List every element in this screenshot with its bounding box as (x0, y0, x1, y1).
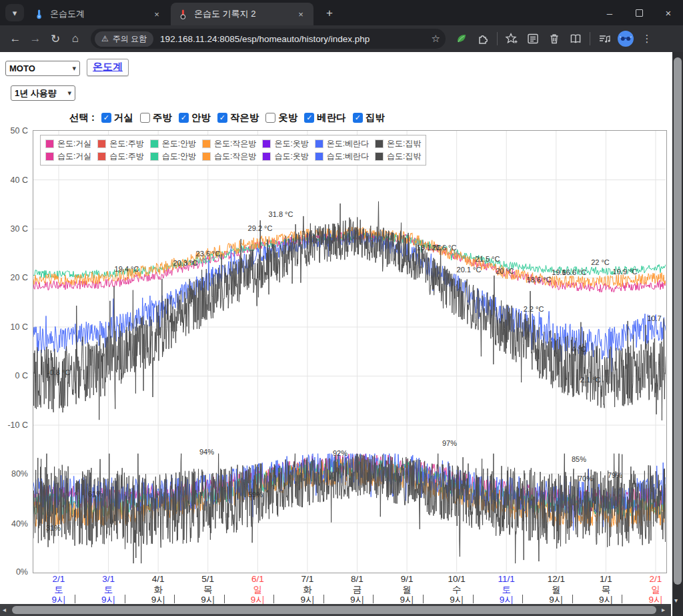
close-icon[interactable]: × (295, 8, 307, 20)
new-tab-button[interactable]: + (321, 5, 337, 21)
bookmark-manager-icon[interactable] (502, 29, 521, 48)
back-button[interactable]: ← (5, 29, 25, 49)
thermometer-blue-icon (33, 9, 44, 19)
extensions-puzzle-icon[interactable] (474, 29, 492, 48)
legend-label: 온도:거실 (57, 138, 91, 149)
address-bar[interactable]: ⚠ 주의 요함 192.168.11.24:8085/esp/homeauto/… (91, 29, 446, 49)
x-axis-label-date: 1/1 (581, 574, 630, 585)
y-axis-label: 40 C (0, 175, 28, 186)
reading-list-icon[interactable] (524, 29, 542, 48)
x-axis-label-date: 2/1 (34, 574, 83, 585)
checkbox-unchecked-icon[interactable] (140, 113, 150, 123)
value-annotation: 16.6 °C (562, 268, 587, 276)
x-axis-label-date: 12/1 (532, 574, 581, 585)
toolbar-divider (497, 32, 498, 45)
legend-item: 습도:옷방 (262, 151, 308, 162)
thermometer-link[interactable]: 온도계 (87, 59, 129, 76)
forward-button[interactable]: → (25, 29, 45, 49)
bookmark-star-icon[interactable]: ☆ (432, 33, 440, 45)
tab-thermometer[interactable]: 온습도계 × (27, 3, 169, 25)
tab-title: 온습도 기록지 2 (194, 8, 295, 20)
close-icon[interactable]: × (151, 8, 163, 20)
x-axis-label-date: 8/1 (332, 574, 382, 585)
vertical-scrollbar[interactable]: ▾ (672, 52, 683, 616)
tab-record-sheet-2[interactable]: 온습도 기록지 2 × (171, 3, 313, 25)
tab-title: 온습도계 (50, 8, 151, 20)
scroll-down-icon[interactable]: ▾ (674, 597, 678, 604)
room-checkbox-집밖[interactable]: ✓집밖 (353, 111, 385, 124)
thermometer-red-icon (177, 9, 188, 19)
trash-icon[interactable] (545, 29, 564, 48)
value-annotation: 59% (248, 491, 263, 499)
range-select[interactable]: 1년 사용량 ▾ (11, 85, 75, 101)
x-axis-label-day: 화 (133, 585, 183, 595)
x-axis-label-date: 9/1 (382, 574, 432, 585)
checkbox-checked-icon[interactable]: ✓ (179, 113, 189, 123)
value-annotation: 22 °C (591, 258, 610, 266)
series-온도:집밖 (33, 202, 666, 420)
x-axis-tick (473, 595, 474, 603)
checkbox-unchecked-icon[interactable] (265, 113, 275, 123)
x-axis-label-date: 11/1 (482, 574, 531, 585)
legend-item: 온도:옷방 (262, 138, 308, 149)
value-annotation: 20.3 °C (173, 259, 198, 267)
security-chip[interactable]: ⚠ 주의 요함 (95, 31, 153, 47)
value-annotation: 31.8 °C (269, 210, 293, 218)
value-annotation: 4 °C (572, 345, 586, 353)
checkbox-checked-icon[interactable]: ✓ (353, 113, 363, 123)
legend-swatch (202, 152, 211, 161)
x-axis-label-day: 수 (432, 585, 482, 595)
media-controls-icon[interactable] (595, 29, 614, 48)
home-button[interactable]: ⌂ (65, 29, 85, 49)
value-annotation: 20.1 °C (457, 266, 482, 274)
reading-mode-book-icon[interactable] (566, 29, 585, 48)
legend-label: 온도:주방 (109, 138, 143, 149)
x-axis-label: 7/1화9시 (283, 574, 332, 605)
x-axis-label: 1/1목9시 (581, 574, 630, 605)
checkbox-checked-icon[interactable]: ✓ (304, 113, 314, 123)
room-checkbox-label: 작은방 (230, 111, 259, 124)
reload-button[interactable]: ↻ (45, 29, 65, 49)
x-axis-tick (125, 595, 125, 603)
legend-item: 습도:작은방 (202, 151, 256, 162)
x-axis-tick (373, 595, 374, 603)
x-axis-label-date: 6/1 (233, 574, 282, 585)
x-axis-label-date: 5/1 (183, 574, 233, 585)
horizontal-scrollbar[interactable]: ◂ ▸ (0, 604, 671, 616)
scroll-right-icon[interactable]: ▸ (662, 606, 665, 613)
x-axis-label-day: 토 (84, 585, 133, 595)
scroll-left-icon[interactable]: ◂ (3, 606, 6, 613)
profile-avatar[interactable] (616, 29, 635, 48)
tab-search-button[interactable]: ▾ (5, 4, 24, 21)
room-checkbox-label: 주방 (153, 111, 172, 124)
room-checkbox-작은방[interactable]: ✓작은방 (217, 111, 259, 124)
leaf-extension-icon[interactable] (452, 29, 471, 48)
legend-item: 온도:작은방 (202, 138, 256, 149)
checkbox-checked-icon[interactable]: ✓ (101, 113, 111, 123)
x-axis-label: 8/1금9시 (332, 574, 382, 605)
room-checkbox-거실[interactable]: ✓거실 (101, 111, 133, 124)
legend-swatch (375, 139, 384, 148)
minimize-button[interactable]: – (595, 0, 624, 25)
x-axis-tick (273, 595, 274, 603)
horizontal-scrollbar-thumb[interactable] (12, 606, 656, 614)
room-checkbox-베란다[interactable]: ✓베란다 (304, 111, 346, 124)
maximize-button[interactable] (624, 0, 654, 25)
x-axis-label-day: 일 (233, 585, 282, 595)
legend-item: 습도:안방 (150, 151, 196, 162)
legend-item: 온도:거실 (45, 138, 91, 149)
x-axis-label: 5/1목9시 (183, 574, 233, 605)
legend-swatch (262, 139, 271, 148)
value-annotation: 21.5 °C (476, 255, 500, 263)
room-checkbox-주방[interactable]: 주방 (140, 111, 172, 124)
checkbox-checked-icon[interactable]: ✓ (217, 113, 227, 123)
room-checkbox-label: 베란다 (317, 111, 346, 124)
room-checkbox-옷방[interactable]: 옷방 (265, 111, 297, 124)
close-window-button[interactable]: × (654, 0, 683, 25)
device-select[interactable]: MOTO ▾ (5, 61, 80, 76)
vertical-scrollbar-thumb[interactable] (674, 57, 682, 585)
kebab-menu-icon[interactable]: ⋮ (638, 29, 656, 48)
x-axis-label-date: 4/1 (133, 574, 183, 585)
room-checkbox-안방[interactable]: ✓안방 (179, 111, 211, 124)
room-filter-row: 선택 : ✓거실주방✓안방✓작은방옷방✓베란다✓집밖 (69, 111, 385, 124)
